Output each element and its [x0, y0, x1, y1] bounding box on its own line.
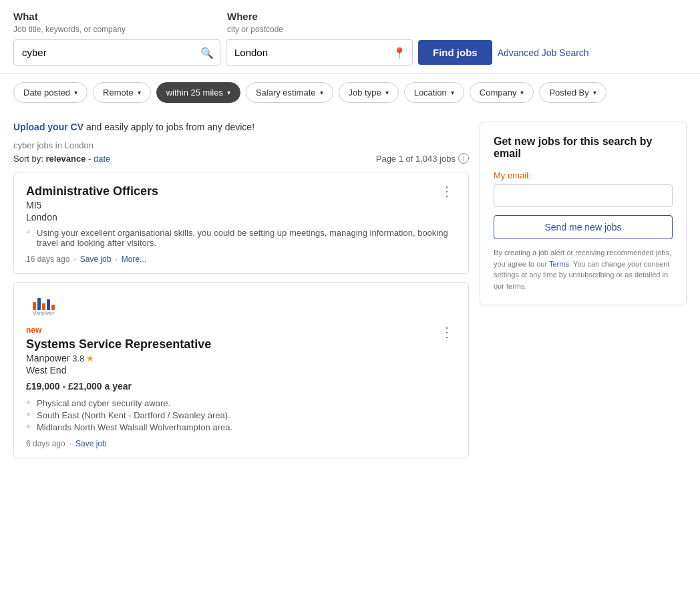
- email-input[interactable]: [494, 184, 673, 207]
- job-card: Manpower new Systems Service Representat…: [13, 282, 469, 458]
- dot-separator: ·: [69, 439, 71, 448]
- where-label: Where: [227, 11, 258, 22]
- sort-label: Sort by:: [13, 154, 43, 164]
- sort-dash: -: [85, 154, 94, 164]
- filter-label: Posted By: [549, 88, 588, 98]
- filter-company[interactable]: Company▾: [470, 82, 534, 103]
- chevron-down-icon: ▾: [385, 89, 389, 96]
- job-footer: 16 days ago · Save job · More...: [26, 255, 456, 264]
- save-job-link[interactable]: Save job: [80, 255, 112, 264]
- advanced-search-link[interactable]: Advanced Job Search: [498, 47, 589, 58]
- consent-text: By creating a job alert or receiving rec…: [494, 247, 673, 291]
- filter-location[interactable]: Location▾: [404, 82, 464, 103]
- email-alert-box: Get new jobs for this search by email My…: [480, 122, 687, 305]
- chevron-down-icon: ▾: [320, 89, 323, 96]
- sort-bar: Sort by: relevance - date Page 1 of 1,04…: [13, 153, 469, 164]
- company-rating: 3.8 ★: [72, 353, 94, 363]
- more-link[interactable]: More...: [122, 255, 146, 264]
- sort-date-link[interactable]: date: [94, 154, 110, 164]
- filter-label: within 25 miles: [166, 88, 223, 98]
- chevron-down-icon: ▾: [451, 89, 454, 96]
- job-desc-item: Midlands North West Walsall Wolverhampto…: [26, 422, 456, 432]
- manpower-logo: Manpower: [33, 298, 55, 315]
- job-company: MI5: [26, 200, 158, 210]
- filter-salary-estimate[interactable]: Salary estimate▾: [246, 82, 333, 103]
- dot-separator: ·: [115, 255, 117, 264]
- find-jobs-button[interactable]: Find jobs: [418, 40, 492, 65]
- new-badge: new: [26, 325, 211, 335]
- page-info: Page 1 of 1,043 jobs i: [376, 153, 469, 164]
- posted-time: 6 days ago: [26, 439, 65, 448]
- search-icon: 🔍: [200, 46, 214, 59]
- page-info-text: Page 1 of 1,043 jobs: [376, 154, 456, 164]
- results-column: Upload your CV and easily apply to jobs …: [13, 122, 469, 466]
- chevron-down-icon: ▾: [593, 89, 596, 96]
- more-options-button[interactable]: ⋮: [437, 325, 456, 339]
- job-title[interactable]: Systems Service Representative: [26, 337, 211, 351]
- save-job-link[interactable]: Save job: [75, 439, 107, 448]
- where-input[interactable]: [226, 39, 413, 65]
- sort-relevance: relevance: [45, 154, 85, 164]
- job-description: Using your excellent organisational skil…: [26, 228, 456, 248]
- manpower-text: Manpower: [33, 311, 55, 315]
- job-card-header: new Systems Service Representative Manpo…: [26, 325, 456, 381]
- location-pin-icon: 📍: [393, 46, 406, 59]
- job-location: London: [26, 212, 158, 223]
- job-desc-item: Physical and cyber security aware.: [26, 398, 456, 408]
- results-meta: cyber jobs in London: [13, 140, 469, 150]
- email-alert-title: Get new jobs for this search by email: [494, 136, 673, 160]
- sort-options: Sort by: relevance - date: [13, 154, 110, 164]
- company-logo-wrap: Manpower: [26, 295, 456, 319]
- company-logo: Manpower: [26, 295, 61, 319]
- email-label: My email:: [494, 170, 673, 180]
- job-footer: 6 days ago · Save job: [26, 439, 456, 448]
- terms-link[interactable]: Terms: [549, 260, 569, 268]
- filter-date-posted[interactable]: Date posted▾: [13, 82, 88, 103]
- filter-remote[interactable]: Remote▾: [93, 82, 151, 103]
- job-desc-item: South East (North Kent - Dartford / Swan…: [26, 410, 456, 420]
- what-label: What: [13, 11, 227, 22]
- posted-time: 16 days ago: [26, 255, 69, 264]
- chevron-down-icon: ▾: [138, 89, 141, 96]
- job-card-header: Administrative Officers MI5 London ⋮: [26, 184, 456, 228]
- chevron-down-icon: ▾: [227, 89, 230, 96]
- what-sublabel: Job title, keywords, or company: [13, 25, 227, 34]
- job-info: new Systems Service Representative Manpo…: [26, 325, 211, 381]
- filter-job-type[interactable]: Job type▾: [339, 82, 399, 103]
- dot-separator: ·: [73, 255, 75, 264]
- star-icon: ★: [86, 353, 94, 363]
- where-sublabel: city or postcode: [227, 25, 283, 34]
- job-description: Physical and cyber security aware.South …: [26, 398, 456, 432]
- main-content: Upload your CV and easily apply to jobs …: [0, 111, 700, 477]
- chevron-down-icon: ▾: [520, 89, 524, 96]
- filter-within-25-miles[interactable]: within 25 miles▾: [156, 82, 240, 103]
- search-section: What Where Job title, keywords, or compa…: [0, 0, 700, 74]
- job-salary: £19,000 - £21,000 a year: [26, 381, 456, 392]
- more-options-button[interactable]: ⋮: [437, 184, 456, 198]
- filter-label: Company: [480, 88, 517, 98]
- filter-label: Salary estimate: [256, 88, 316, 98]
- chevron-down-icon: ▾: [74, 89, 77, 96]
- filter-label: Job type: [349, 88, 381, 98]
- upload-cv-text-rest: and easily apply to jobs from any device…: [83, 122, 254, 132]
- job-desc-item: Using your excellent organisational skil…: [26, 228, 456, 248]
- filter-bar: Date posted▾Remote▾within 25 miles▾Salar…: [0, 74, 700, 111]
- job-company: Manpower 3.8 ★: [26, 353, 211, 363]
- job-card: Administrative Officers MI5 London ⋮ Usi…: [13, 172, 469, 274]
- upload-cv-banner: Upload your CV and easily apply to jobs …: [13, 122, 469, 132]
- filter-label: Remote: [103, 88, 134, 98]
- info-icon: i: [458, 153, 469, 164]
- job-title[interactable]: Administrative Officers: [26, 184, 158, 198]
- filter-label: Date posted: [23, 88, 70, 98]
- job-location: West End: [26, 365, 211, 376]
- filter-posted-by[interactable]: Posted By▾: [539, 82, 606, 103]
- job-info: Administrative Officers MI5 London: [26, 184, 158, 228]
- sidebar-column: Get new jobs for this search by email My…: [480, 122, 687, 466]
- upload-cv-link[interactable]: Upload your CV: [13, 122, 83, 132]
- send-me-jobs-button[interactable]: Send me new jobs: [494, 215, 673, 239]
- what-input[interactable]: [13, 39, 220, 65]
- job-cards-container: Administrative Officers MI5 London ⋮ Usi…: [13, 172, 469, 458]
- filter-label: Location: [414, 88, 447, 98]
